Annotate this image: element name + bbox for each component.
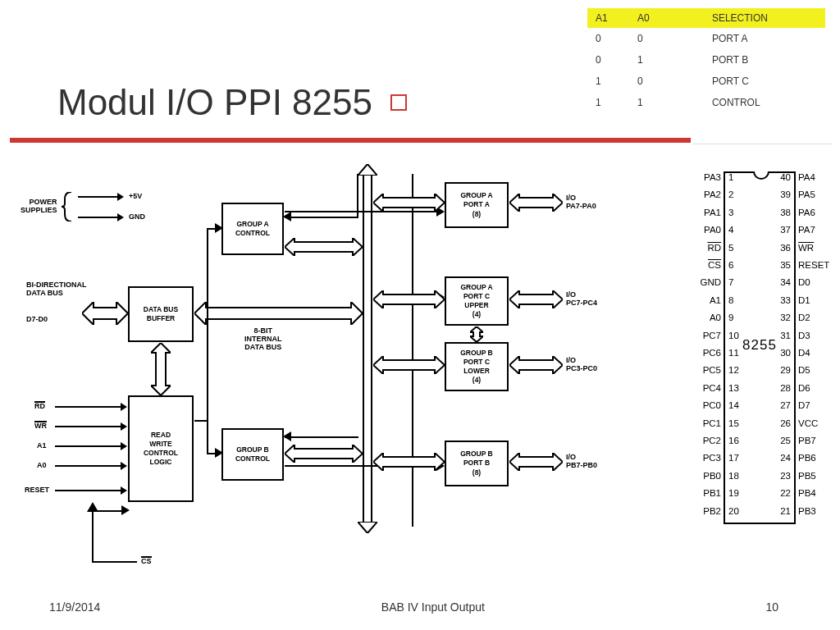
pin-left-num: 20 xyxy=(728,506,739,516)
pin-left-num: 19 xyxy=(728,488,739,498)
pin-left-num: 17 xyxy=(728,453,739,463)
footer-center: BAB IV Input Output xyxy=(381,600,485,614)
a1-label: A1 xyxy=(37,441,47,450)
bidir-arrow-bus xyxy=(82,302,128,325)
rwcl-block: READ WRITE CONTROL LOGIC xyxy=(128,395,194,502)
pin-right-label: PA7 xyxy=(798,225,815,235)
pin-left-label: A0 xyxy=(710,313,721,322)
pin-right-label: D6 xyxy=(798,383,810,393)
pin-left-num: 16 xyxy=(728,436,739,445)
pin-right-label: PB5 xyxy=(798,471,816,481)
pin-right-num: 36 xyxy=(780,243,791,253)
port-a-block: GROUP A PORT A (8) xyxy=(445,182,509,228)
block-diagram: POWER SUPPLIES +5V GND DATA BUS BUFFER B… xyxy=(10,158,681,584)
brace-icon xyxy=(62,192,73,221)
pin-right-label: D0 xyxy=(798,277,810,287)
title-decor-square xyxy=(390,94,407,111)
pin-right-label: PB6 xyxy=(798,453,816,463)
pin-right-num: 24 xyxy=(780,453,791,463)
cs-into xyxy=(92,510,123,512)
pin-left-label: PA0 xyxy=(704,225,721,235)
arrow-5v xyxy=(78,196,119,198)
pin-left-num: 8 xyxy=(728,295,733,305)
selection-table: A1 A0 SELECTION 00PORT A 01PORT B 10PORT… xyxy=(587,8,825,113)
pin-left-num: 4 xyxy=(728,225,733,235)
pin-left-num: 6 xyxy=(728,260,733,270)
group-a-control-block: GROUP A CONTROL xyxy=(221,203,284,255)
pin-right-num: 32 xyxy=(780,313,791,322)
pin-left-label: CS xyxy=(708,260,721,270)
pin-left-label: PB0 xyxy=(703,471,721,481)
pin-left-num: 5 xyxy=(728,243,733,253)
pin-left-label: PB1 xyxy=(703,488,721,498)
rd-label: RD xyxy=(34,402,45,410)
pin-left-num: 18 xyxy=(728,471,739,481)
pin-right-num: 38 xyxy=(780,208,791,217)
io-pa-label: I/O PA7-PA0 xyxy=(566,194,596,210)
pin-left-label: RD xyxy=(707,243,721,253)
pinout-diagram: 8255 PA31PA440PA22PA539PA13PA638PA04PA73… xyxy=(689,170,830,527)
pin-left-label: PB2 xyxy=(703,506,721,516)
5v-label: +5V xyxy=(129,192,142,200)
data-bus-buffer-block: DATA BUS BUFFER xyxy=(128,286,194,342)
pin-right-label: WR xyxy=(798,243,814,253)
pin-left-label: PC1 xyxy=(703,418,721,428)
bus-bot-arrow xyxy=(358,522,377,533)
cs-label: CS xyxy=(141,557,152,565)
footer-page: 10 xyxy=(765,600,778,614)
pin-right-label: D5 xyxy=(798,365,810,375)
gnd-label: GND xyxy=(129,212,145,221)
pin-left-label: A1 xyxy=(710,295,721,305)
port-c-upper-block: GROUP A PORT C UPPER (4) xyxy=(445,276,509,326)
pin-left-label: PA1 xyxy=(704,208,721,217)
arrow-gnd xyxy=(78,217,119,218)
pin-left-label: PA2 xyxy=(704,189,721,199)
port-b-block: GROUP B PORT B (8) xyxy=(445,441,509,486)
pin-left-num: 3 xyxy=(728,208,733,217)
io-pc30-label: I/O PC3-PC0 xyxy=(566,356,597,372)
pin-right-num: 27 xyxy=(780,400,791,410)
pin-left-label: PC2 xyxy=(703,436,721,445)
pin-right-num: 39 xyxy=(780,189,791,199)
pin-left-num: 13 xyxy=(728,383,739,393)
pin-left-num: 10 xyxy=(728,331,739,340)
arrow-reset xyxy=(55,490,122,491)
pin-right-label: PB3 xyxy=(798,506,816,516)
pin-left-label: PC7 xyxy=(703,331,721,340)
pin-right-label: PA5 xyxy=(798,189,815,199)
vertical-bus xyxy=(363,172,372,525)
internal-bus-arrow xyxy=(194,302,363,325)
pin-left-num: 7 xyxy=(728,277,733,287)
pin-right-num: 29 xyxy=(780,365,791,375)
footer-date: 11/9/2014 xyxy=(49,600,100,614)
pin-right-num: 21 xyxy=(780,506,791,516)
pin-left-num: 2 xyxy=(728,189,733,199)
pin-left-label: PC3 xyxy=(703,453,721,463)
page-title: Modul I/O PPI 8255 xyxy=(57,82,372,123)
pin-right-label: D3 xyxy=(798,331,810,340)
cs-line-v xyxy=(92,510,94,561)
title-underline xyxy=(10,138,691,143)
pin-right-num: 26 xyxy=(780,418,791,428)
pin-left-num: 12 xyxy=(728,365,739,375)
pin-right-num: 22 xyxy=(780,488,791,498)
cs-line-h xyxy=(92,561,137,563)
pin-right-label: RESET xyxy=(798,260,829,270)
pin-right-num: 33 xyxy=(780,295,791,305)
d7d0-label: D7-D0 xyxy=(26,315,48,323)
pin-left-label: PC5 xyxy=(703,365,721,375)
divider xyxy=(693,144,833,144)
pin-left-label: PC6 xyxy=(703,348,721,358)
pin-left-num: 11 xyxy=(728,348,739,358)
pin-right-num: 23 xyxy=(780,471,791,481)
pin-right-label: D7 xyxy=(798,400,810,410)
pin-left-label: PC4 xyxy=(703,383,721,393)
pin-right-num: 40 xyxy=(780,172,791,182)
wr-label: WR xyxy=(34,422,47,430)
pin-right-label: PA4 xyxy=(798,172,815,182)
pin-right-num: 28 xyxy=(780,383,791,393)
dbb-rwcl-link xyxy=(151,343,171,395)
pin-right-label: D2 xyxy=(798,313,810,322)
bus8-label: 8-BIT INTERNAL DATA BUS xyxy=(244,326,282,351)
gac-bus xyxy=(285,238,363,256)
